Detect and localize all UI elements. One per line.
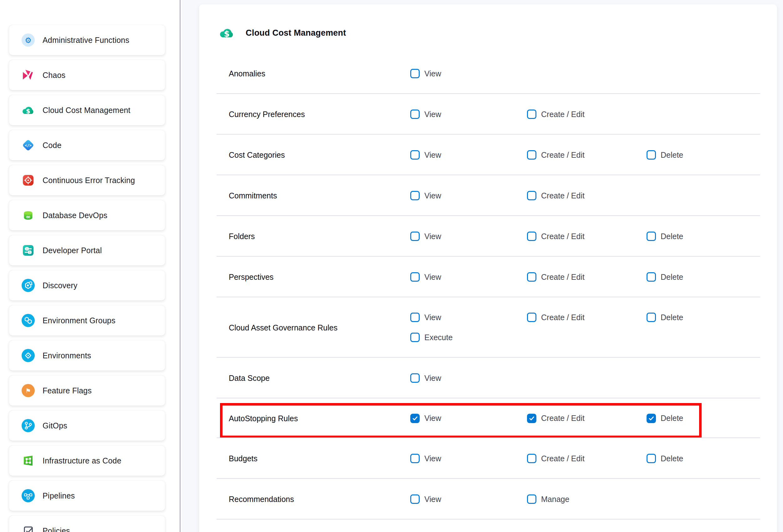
delete-checkbox[interactable]	[647, 313, 656, 322]
permission-label: Create / Edit	[541, 313, 585, 322]
permission-cell: View	[410, 68, 441, 79]
permission-row-label: Cloud Asset Governance Rules	[229, 323, 337, 332]
create-edit-checkbox[interactable]	[527, 191, 536, 200]
permission-label: Execute	[425, 333, 452, 342]
permission-label: View	[425, 273, 441, 282]
permission-label: View	[425, 374, 441, 383]
permission-row-data-scope: Data ScopeView	[199, 358, 777, 398]
create-edit-checkbox[interactable]	[527, 414, 536, 423]
permission-row-perspectives: PerspectivesViewCreate / EditDelete	[199, 257, 777, 297]
view-checkbox[interactable]	[410, 454, 420, 463]
permission-row-recommendations: RecommendationsViewManage	[199, 479, 777, 520]
sidebar-item-label: Cloud Cost Management	[42, 106, 130, 115]
cloud-dollar-icon: $	[218, 25, 236, 41]
permission-row-label: Budgets	[229, 454, 257, 463]
view-checkbox[interactable]	[410, 414, 420, 423]
permission-row-label: Folders	[229, 232, 255, 241]
permission-cell: Delete	[647, 231, 683, 241]
permission-label: Delete	[661, 414, 683, 423]
permission-cell: Delete	[647, 413, 683, 424]
database-icon: ∞	[22, 209, 35, 222]
manage-checkbox[interactable]	[527, 495, 536, 504]
view-checkbox[interactable]	[410, 495, 420, 504]
permission-label: Delete	[661, 313, 683, 322]
gear-icon: ⚙	[22, 33, 35, 46]
sidebar-item-environments[interactable]: Environments	[9, 341, 165, 371]
permission-cell: Delete	[647, 272, 683, 282]
delete-checkbox[interactable]	[647, 454, 656, 463]
permission-label: View	[425, 414, 441, 423]
create-edit-checkbox[interactable]	[527, 272, 536, 282]
permission-cell: Create / Edit	[527, 312, 585, 322]
permission-row-folders: FoldersViewCreate / EditDelete	[199, 216, 777, 257]
sliders-icon	[22, 244, 35, 257]
permission-cell: View	[410, 150, 441, 160]
permission-label: Create / Edit	[541, 454, 585, 463]
permission-row-autostopping-rules: AutoStopping RulesViewCreate / EditDelet…	[199, 398, 777, 438]
sidebar-item-infrastructure-as-code[interactable]: Infrastructure as Code	[9, 446, 165, 476]
permissions-card-header: $ Cloud Cost Management	[199, 4, 777, 53]
sidebar-item-gitops[interactable]: GitOps	[9, 411, 165, 441]
sidebar-item-database-devops[interactable]: ∞Database DevOps	[9, 200, 165, 230]
sidebar-item-pipelines[interactable]: Pipelines	[9, 481, 165, 511]
view-checkbox[interactable]	[410, 191, 420, 200]
sidebar-item-policies[interactable]: Policies	[9, 516, 165, 532]
create-edit-checkbox[interactable]	[527, 150, 536, 160]
sidebar-item-administrative-functions[interactable]: ⚙Administrative Functions	[9, 25, 165, 55]
sidebar-item-label: Database DevOps	[42, 211, 107, 220]
git-branch-icon	[22, 419, 35, 432]
sidebar-item-chaos[interactable]: Chaos	[9, 60, 165, 90]
permission-label: Create / Edit	[541, 110, 585, 119]
sidebar-item-discovery[interactable]: Discovery	[9, 271, 165, 301]
sidebar-item-environment-groups[interactable]: Environment Groups	[9, 306, 165, 336]
delete-checkbox[interactable]	[647, 414, 656, 423]
svg-text:∞: ∞	[26, 213, 31, 220]
create-edit-checkbox[interactable]	[527, 109, 536, 119]
permission-row-label: Anomalies	[229, 69, 265, 78]
execute-checkbox[interactable]	[410, 333, 420, 342]
permission-row-label: AutoStopping Rules	[229, 414, 298, 423]
permission-cell: View	[410, 191, 441, 200]
sidebar-item-developer-portal[interactable]: Developer Portal	[9, 235, 165, 265]
view-checkbox[interactable]	[410, 313, 420, 322]
permission-label: View	[425, 454, 441, 463]
view-checkbox[interactable]	[410, 69, 420, 78]
create-edit-checkbox[interactable]	[527, 313, 536, 322]
permission-label: View	[425, 232, 441, 241]
view-checkbox[interactable]	[410, 373, 420, 383]
create-edit-checkbox[interactable]	[527, 454, 536, 463]
view-checkbox[interactable]	[410, 231, 420, 241]
sidebar-item-label: Feature Flags	[42, 386, 92, 395]
permission-cell: View	[410, 413, 441, 424]
permission-label: Create / Edit	[541, 191, 585, 200]
permission-label: Delete	[661, 454, 683, 463]
permission-label: Delete	[661, 273, 683, 282]
permission-cell: View	[410, 373, 441, 383]
sidebar-item-code[interactable]: </>Code	[9, 130, 165, 160]
view-checkbox[interactable]	[410, 272, 420, 282]
permission-row-label: Currency Preferences	[229, 110, 305, 119]
permissions-table: AnomaliesViewCurrency PreferencesViewCre…	[199, 53, 777, 520]
sidebar-item-cloud-cost-management[interactable]: $Cloud Cost Management	[9, 95, 165, 125]
sidebar-item-continuous-error-tracking[interactable]: Continuous Error Tracking	[9, 165, 165, 195]
permission-row-label: Recommendations	[229, 495, 294, 504]
pipeline-nodes-icon	[22, 489, 35, 502]
permission-cell: View	[410, 494, 441, 504]
delete-checkbox[interactable]	[647, 150, 656, 160]
permission-cell: Create / Edit	[527, 413, 585, 424]
sidebar-item-label: Policies	[42, 526, 70, 532]
delete-checkbox[interactable]	[647, 272, 656, 282]
main-area: $ Cloud Cost Management AnomaliesViewCur…	[182, 0, 783, 532]
permission-row-anomalies: AnomaliesView	[199, 53, 777, 94]
permission-label: View	[425, 191, 441, 200]
sidebar-item-label: Developer Portal	[42, 246, 102, 255]
sidebar-item-feature-flags[interactable]: ⚑Feature Flags	[9, 376, 165, 406]
permission-cell: Create / Edit	[527, 191, 585, 200]
view-checkbox[interactable]	[410, 109, 420, 119]
view-checkbox[interactable]	[410, 150, 420, 160]
permission-row-label: Cost Categories	[229, 151, 285, 160]
permission-cell: View	[410, 109, 441, 119]
delete-checkbox[interactable]	[647, 231, 656, 241]
permission-cell: View	[410, 453, 441, 464]
create-edit-checkbox[interactable]	[527, 231, 536, 241]
